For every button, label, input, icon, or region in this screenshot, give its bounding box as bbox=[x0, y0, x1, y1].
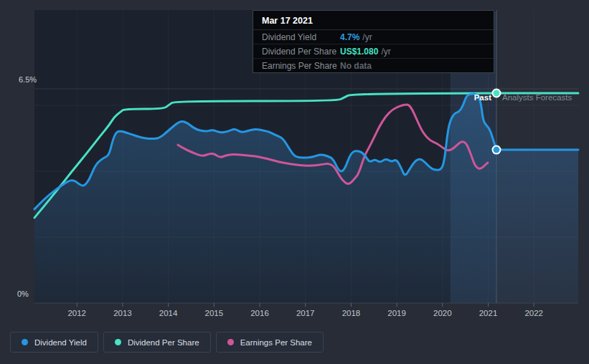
tooltip-row-dividend-yield: Dividend Yield 4.7% /yr bbox=[253, 30, 494, 44]
earnings-per-share-dot-icon bbox=[227, 339, 234, 345]
x-axis-year-label: 2018 bbox=[342, 309, 361, 317]
dividend-history-chart: 2012201320142015201620172018201920202021… bbox=[0, 0, 589, 364]
x-axis-year-label: 2021 bbox=[479, 309, 498, 317]
tooltip-unit: /yr bbox=[381, 47, 390, 57]
x-axis-year-label: 2022 bbox=[524, 309, 543, 317]
legend-item-earnings-per-share[interactable]: Earnings Per Share bbox=[216, 332, 324, 353]
legend-label: Dividend Per Share bbox=[128, 338, 199, 347]
tooltip-value-2: No data bbox=[340, 61, 372, 71]
tooltip-row-dividend-per-share: Dividend Per Share US$1.080 /yr bbox=[253, 44, 494, 59]
tooltip-value-0: 4.7% bbox=[340, 32, 359, 42]
legend-item-dividend-per-share[interactable]: Dividend Per Share bbox=[103, 332, 211, 353]
x-axis-year-label: 2015 bbox=[205, 309, 224, 317]
x-axis-year-label: 2019 bbox=[387, 309, 406, 317]
legend-item-dividend-yield[interactable]: Dividend Yield bbox=[10, 332, 98, 353]
tooltip-row-earnings-per-share: Earnings Per Share No data bbox=[253, 59, 494, 72]
x-axis-year-label: 2020 bbox=[433, 309, 452, 317]
tooltip-label: Earnings Per Share bbox=[262, 61, 340, 71]
tooltip-date: Mar 17 2021 bbox=[253, 11, 494, 30]
legend-label: Dividend Yield bbox=[34, 338, 87, 347]
dividend-per-share-dot-icon bbox=[115, 339, 121, 345]
y-axis-min-label: 0% bbox=[17, 289, 29, 298]
past-label: Past bbox=[459, 93, 491, 102]
analysts-forecasts-label: Analysts Forecasts bbox=[502, 93, 572, 102]
legend: Dividend Yield Dividend Per Share Earnin… bbox=[10, 332, 324, 353]
legend-label: Earnings Per Share bbox=[240, 338, 312, 347]
marker-dot-dividend-yield bbox=[492, 146, 500, 154]
marker-dot-dividend-per-share bbox=[492, 89, 500, 97]
series-fill-dividend-yield-forecast bbox=[496, 150, 578, 303]
x-axis-year-label: 2014 bbox=[159, 309, 178, 317]
x-axis-year-label: 2013 bbox=[113, 309, 132, 317]
tooltip-value-1: US$1.080 bbox=[340, 47, 378, 57]
tooltip: Mar 17 2021 Dividend Yield 4.7% /yr Divi… bbox=[253, 10, 494, 73]
x-axis-year-label: 2017 bbox=[296, 309, 315, 317]
tooltip-label: Dividend Yield bbox=[262, 32, 340, 42]
x-axis-year-label: 2016 bbox=[250, 309, 269, 317]
x-axis-year-label: 2012 bbox=[67, 309, 86, 317]
y-axis-max-label: 6.5% bbox=[19, 75, 37, 84]
tooltip-unit: /yr bbox=[362, 32, 372, 42]
tooltip-label: Dividend Per Share bbox=[262, 47, 340, 57]
dividend-yield-dot-icon bbox=[22, 339, 28, 345]
